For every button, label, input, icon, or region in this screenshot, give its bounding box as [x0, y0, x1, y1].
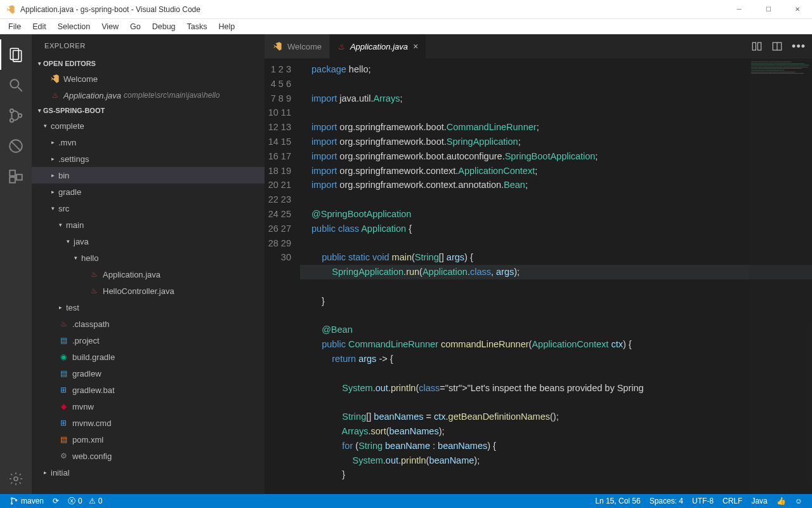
error-icon: ⓧ	[68, 496, 75, 507]
tree-item[interactable]: ▸.mvn	[32, 134, 265, 150]
vscode-icon	[272, 41, 282, 51]
tree-item[interactable]: ▸bin	[32, 167, 265, 184]
svg-point-2	[10, 79, 18, 88]
tree-item[interactable]: ▤gradlew	[32, 365, 265, 382]
activity-scm-icon[interactable]	[0, 100, 32, 131]
more-actions-icon[interactable]: •••	[792, 40, 806, 53]
tree-item[interactable]: ▾src	[32, 200, 265, 217]
editor-tab[interactable]: ♨Application.java×	[330, 34, 426, 58]
window-titlebar: Application.java - gs-spring-boot - Visu…	[0, 0, 812, 19]
java-icon: ♨	[49, 90, 60, 100]
svg-point-6	[18, 114, 22, 117]
svg-line-3	[18, 87, 22, 91]
svg-line-8	[11, 141, 20, 150]
menu-selection[interactable]: Selection	[52, 20, 96, 33]
window-minimize-button[interactable]: ─	[724, 0, 754, 18]
chevron-icon: ▾	[42, 123, 48, 129]
menu-debug[interactable]: Debug	[147, 20, 181, 33]
status-cursor-position[interactable]: Ln 15, Col 56	[591, 497, 645, 505]
compare-icon[interactable]	[751, 41, 763, 52]
status-indentation[interactable]: Spaces: 4	[645, 497, 688, 505]
svg-point-18	[11, 503, 12, 504]
tree-item[interactable]: ⊞gradlew.bat	[32, 382, 265, 398]
svg-point-19	[15, 500, 16, 501]
svg-rect-11	[16, 175, 22, 180]
chevron-icon: ▾	[65, 238, 71, 244]
status-encoding[interactable]: UTF-8	[688, 497, 718, 505]
chevron-icon: ▾	[72, 255, 79, 261]
activity-search-icon[interactable]	[0, 70, 32, 100]
sidebar-title: EXPLORER	[32, 34, 265, 57]
tree-item[interactable]: ▸test	[32, 299, 265, 316]
editor-tabs: Welcome♨Application.java× •••	[265, 34, 812, 58]
status-bell-icon[interactable]: ☺	[790, 497, 807, 505]
svg-point-5	[10, 119, 13, 122]
menu-edit[interactable]: Edit	[27, 20, 52, 33]
tree-item[interactable]: ♨.classpath	[32, 316, 265, 332]
close-icon[interactable]: ×	[413, 41, 418, 51]
tree-item[interactable]: ▸initial	[32, 464, 265, 481]
status-feedback-icon[interactable]: 👍	[772, 497, 790, 505]
tree-item[interactable]: ▤pom.xml	[32, 431, 265, 448]
menu-go[interactable]: Go	[124, 20, 147, 33]
menu-view[interactable]: View	[96, 20, 124, 33]
vscode-icon	[49, 74, 60, 84]
code-content[interactable]: package hello; import java.util.Arrays; …	[300, 58, 812, 494]
svg-rect-14	[758, 43, 761, 50]
chevron-icon: ▾	[49, 205, 56, 211]
minimap[interactable]: ▪▪▪▪▪▪▪▪▪▪▪▪▪▪ ▪▪▪▪▪▪▪▪▪▪▪▪▪▪▪▪▪▪▪▪▪▪▪▪ …	[749, 58, 812, 494]
svg-rect-10	[10, 177, 15, 183]
file-icon: ▤	[58, 335, 69, 345]
gradle-icon: ◉	[58, 352, 69, 362]
editor-tab[interactable]: Welcome	[265, 34, 330, 58]
status-eol[interactable]: CRLF	[718, 497, 747, 505]
tree-item[interactable]: ▾main	[32, 217, 265, 233]
activity-extensions-icon[interactable]	[0, 161, 32, 192]
tree-item[interactable]: ▾java	[32, 233, 265, 250]
tree-item[interactable]: ♨HelloController.java	[32, 283, 265, 299]
workspace-header[interactable]: ▾ GS-SPRING-BOOT	[32, 104, 265, 117]
config-icon: ⚙	[58, 451, 69, 461]
tree-item[interactable]: ▸.settings	[32, 150, 265, 167]
java-icon: ♨	[89, 286, 99, 296]
status-problems[interactable]: ⓧ0 ⚠0	[63, 496, 107, 507]
tree-item[interactable]: ▤.project	[32, 332, 265, 349]
status-bar: maven ⟳ ⓧ0 ⚠0 Ln 15, Col 56 Spaces: 4 UT…	[0, 494, 812, 508]
tree-item[interactable]: ♨Application.java	[32, 266, 265, 283]
open-editors-header[interactable]: ▾ OPEN EDITORS	[32, 57, 265, 70]
svg-rect-13	[752, 43, 756, 50]
line-number-gutter: 1 2 3 4 5 6 7 8 9 10 11 12 13 14 15 16 1…	[265, 58, 300, 494]
open-editor-item[interactable]: Welcome	[32, 70, 265, 87]
menu-help[interactable]: Help	[213, 20, 241, 33]
activity-debug-icon[interactable]	[0, 131, 32, 161]
window-title: Application.java - gs-spring-boot - Visu…	[20, 5, 200, 14]
tree-item[interactable]: ◉build.gradle	[32, 349, 265, 365]
tree-item[interactable]: ⊞mvnw.cmd	[32, 415, 265, 431]
tree-item[interactable]: ⚙web.config	[32, 448, 265, 464]
split-editor-icon[interactable]	[771, 41, 783, 52]
open-editor-item[interactable]: ♨Application.javacomplete\src\main\java\…	[32, 87, 265, 104]
tree-item[interactable]: ▾complete	[32, 117, 265, 134]
explorer-sidebar: EXPLORER ▾ OPEN EDITORS Welcome♨Applicat…	[32, 34, 265, 494]
java-icon: ♨	[58, 319, 69, 329]
menubar: FileEditSelectionViewGoDebugTasksHelp	[0, 19, 812, 34]
menu-file[interactable]: File	[3, 20, 27, 33]
window-maximize-button[interactable]: ☐	[754, 0, 783, 18]
tree-item[interactable]: ▾hello	[32, 250, 265, 266]
activity-explorer-icon[interactable]	[0, 39, 32, 70]
status-sync-icon[interactable]: ⟳	[48, 497, 63, 505]
editor-group: Welcome♨Application.java× ••• 1 2 3 4 5 …	[265, 34, 812, 494]
activity-settings-icon[interactable]	[0, 464, 32, 494]
svg-rect-9	[10, 170, 15, 176]
menu-tasks[interactable]: Tasks	[181, 20, 213, 33]
bat-icon: ⊞	[58, 385, 69, 395]
status-branch[interactable]: maven	[5, 497, 48, 505]
chevron-down-icon: ▾	[36, 60, 43, 67]
tree-item[interactable]: ◆mvnw	[32, 398, 265, 415]
java-icon: ♨	[89, 269, 99, 279]
tree-item[interactable]: ▸gradle	[32, 184, 265, 200]
file-icon: ▤	[58, 368, 69, 378]
window-close-button[interactable]: ✕	[783, 0, 812, 18]
chevron-icon: ▸	[49, 172, 56, 178]
status-language[interactable]: Java	[747, 497, 771, 505]
